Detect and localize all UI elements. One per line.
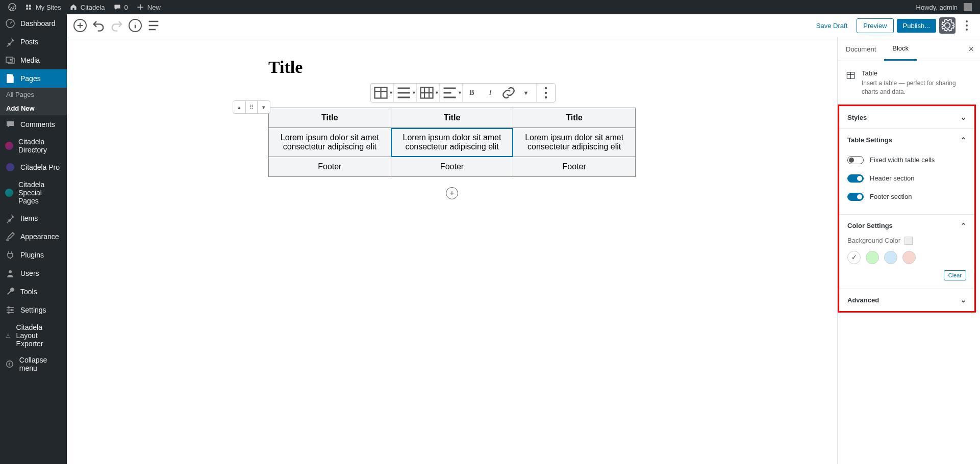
editor-table[interactable]: Title Title Title Lorem ipsum dolor sit … [268, 108, 636, 177]
table-block[interactable]: ▴ ⠿ ▾ ▼ ▼ ▼ ▼ B I ▼ [268, 108, 636, 177]
new-content[interactable]: New [132, 0, 165, 14]
panel-title: Table Settings [847, 136, 892, 144]
comment-icon [5, 119, 15, 130]
svg-point-18 [545, 96, 547, 99]
panel-styles-header[interactable]: Styles ⌄ [839, 107, 974, 128]
menu-items[interactable]: Items [0, 209, 67, 227]
home-icon [69, 3, 78, 11]
align-button[interactable]: ▼ [394, 84, 416, 102]
submenu-all-pages[interactable]: All Pages [0, 88, 67, 101]
add-block-button[interactable] [72, 17, 88, 34]
table-cell[interactable]: Lorem ipsum dolor sit amet consectetur a… [269, 128, 391, 157]
collapse-icon [5, 359, 14, 369]
table-cell[interactable]: Lorem ipsum dolor sit amet consectetur a… [513, 128, 636, 157]
edit-table-button[interactable]: ▼ [417, 84, 439, 102]
more-format-button[interactable]: ▼ [518, 84, 536, 102]
clear-color-button[interactable]: Clear [944, 270, 966, 280]
tab-block[interactable]: Block [884, 37, 917, 61]
avatar [964, 3, 972, 11]
sliders-icon [5, 305, 15, 315]
wordpress-icon [8, 3, 16, 11]
swatch-green[interactable] [866, 251, 879, 264]
svg-rect-3 [7, 74, 13, 83]
swatch-blue[interactable] [884, 251, 897, 264]
comments-count[interactable]: 0 [109, 0, 132, 14]
svg-point-12 [966, 24, 968, 27]
panel-title: Styles [847, 114, 867, 121]
redo-button[interactable] [109, 17, 125, 34]
menu-citadela-pro[interactable]: Citadela Pro [0, 158, 67, 176]
howdy-account[interactable]: Howdy, admin [912, 0, 976, 14]
highlighted-settings-region: Styles ⌄ Table Settings ⌃ Fixed width ta… [838, 105, 976, 313]
menu-posts[interactable]: Posts [0, 33, 67, 51]
move-down-button[interactable]: ▾ [258, 101, 270, 113]
move-up-button[interactable]: ▴ [233, 101, 245, 113]
menu-tools[interactable]: Tools [0, 282, 67, 301]
toggle-header-section[interactable] [847, 174, 864, 183]
drag-handle[interactable]: ⠿ [245, 101, 258, 113]
submenu-add-new[interactable]: Add New [0, 101, 67, 115]
wp-logo[interactable] [4, 0, 20, 14]
my-sites[interactable]: My Sites [20, 0, 65, 14]
menu-label: Appearance [20, 233, 59, 241]
comment-icon [113, 3, 121, 11]
panel-advanced-header[interactable]: Advanced ⌄ [839, 289, 974, 311]
post-title[interactable]: Title [268, 58, 636, 77]
menu-citadela-directory[interactable]: Citadela Directory [0, 134, 67, 158]
text-align-button[interactable]: ▼ [440, 84, 462, 102]
swatch-pink[interactable] [902, 251, 916, 264]
menu-citadela-special[interactable]: Citadela Special Pages [0, 176, 67, 209]
menu-label: Tools [20, 288, 37, 296]
howdy-label: Howdy, admin [916, 4, 958, 11]
link-button[interactable] [499, 84, 518, 102]
close-inspector-button[interactable]: × [962, 44, 980, 55]
menu-label: Dashboard [20, 19, 56, 28]
table-cell[interactable]: Lorem ipsum dolor sit amet consectetur a… [391, 128, 513, 157]
table-footer[interactable]: Footer [513, 157, 636, 177]
svg-point-17 [545, 92, 547, 94]
italic-button[interactable]: I [481, 84, 499, 102]
block-more-button[interactable] [537, 84, 555, 102]
menu-pages[interactable]: Pages [0, 69, 67, 88]
more-button[interactable] [959, 17, 975, 34]
editor-header: Save Draft Preview Publish... [67, 14, 980, 37]
table-icon [846, 69, 856, 82]
add-block-inline-button[interactable]: + [446, 187, 458, 199]
menu-dashboard[interactable]: Dashboard [0, 14, 67, 33]
tab-document[interactable]: Document [838, 38, 884, 60]
block-toolbar: ▼ ▼ ▼ ▼ B I ▼ [370, 83, 556, 102]
table-header[interactable]: Title [391, 108, 513, 128]
save-draft-button[interactable]: Save Draft [810, 19, 853, 33]
table-footer[interactable]: Footer [269, 157, 391, 177]
chevron-down-icon: ⌄ [961, 114, 966, 121]
publish-button[interactable]: Publish... [897, 19, 936, 33]
toggle-footer-section[interactable] [847, 193, 864, 201]
menu-comments[interactable]: Comments [0, 115, 67, 134]
info-button[interactable] [127, 17, 143, 34]
pin-icon [5, 37, 15, 47]
swatch-white[interactable]: ✓ [847, 251, 861, 264]
table-header[interactable]: Title [513, 108, 636, 128]
menu-collapse[interactable]: Collapse menu [0, 352, 67, 376]
menu-media[interactable]: Media [0, 51, 67, 69]
panel-table-settings-header[interactable]: Table Settings ⌃ [839, 129, 974, 151]
block-type-button[interactable]: ▼ [371, 84, 393, 102]
table-header[interactable]: Title [269, 108, 391, 128]
menu-label: Posts [20, 38, 38, 46]
menu-plugins[interactable]: Plugins [0, 246, 67, 264]
menu-appearance[interactable]: Appearance [0, 227, 67, 246]
menu-settings[interactable]: Settings [0, 301, 67, 319]
preview-button[interactable]: Preview [857, 18, 893, 33]
table-footer[interactable]: Footer [391, 157, 513, 177]
settings-button[interactable] [939, 17, 956, 34]
panel-color-settings-header[interactable]: Color Settings ⌃ [839, 215, 974, 237]
editor-canvas[interactable]: Title ▴ ⠿ ▾ ▼ ▼ ▼ ▼ B I [67, 37, 837, 464]
menu-citadela-exporter[interactable]: Citadela Layout Exporter [0, 319, 67, 352]
menu-users[interactable]: Users [0, 264, 67, 282]
outline-button[interactable] [145, 17, 162, 34]
bold-button[interactable]: B [463, 84, 481, 102]
toggle-fixed-width[interactable] [847, 156, 864, 164]
citadela-pro-icon [5, 162, 15, 172]
undo-button[interactable] [90, 17, 107, 34]
site-name[interactable]: Citadela [65, 0, 109, 14]
